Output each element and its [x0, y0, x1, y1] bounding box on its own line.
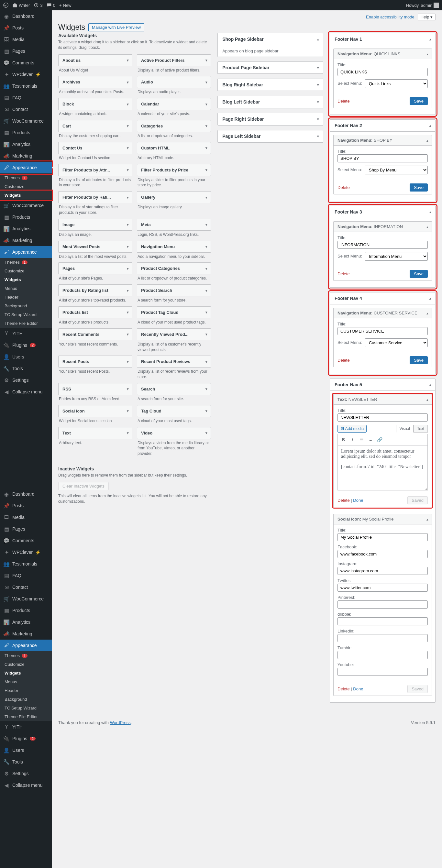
bold-icon[interactable]: B: [339, 435, 348, 444]
menu-analytics-3[interactable]: 📊Analytics: [0, 616, 52, 628]
available-widget[interactable]: Most Viewed Posts: [58, 241, 132, 253]
menu-woocommerce-3[interactable]: 🛒WooCommerce: [0, 593, 52, 604]
done-link[interactable]: Done: [353, 498, 363, 503]
menu-faq[interactable]: ▤FAQ: [0, 92, 52, 103]
delete-link[interactable]: Delete: [338, 358, 350, 363]
menu-settings-3[interactable]: ⚙Settings: [0, 768, 52, 779]
menu-comments-3[interactable]: 💬Comments: [0, 535, 52, 547]
menu-analytics[interactable]: 📊Analytics: [0, 138, 52, 150]
menu-users[interactable]: 👤Users: [0, 351, 52, 363]
menu-contact-3[interactable]: ✉Contact: [0, 581, 52, 593]
available-widget[interactable]: Custom HTML: [137, 142, 211, 154]
footer-nav-head[interactable]: Footer Nav 3: [330, 206, 435, 218]
available-widget[interactable]: Navigation Menu: [137, 241, 211, 253]
available-widget[interactable]: Recent Comments: [58, 329, 132, 340]
menu-appearance-2[interactable]: 🖌Appearance: [0, 246, 52, 258]
menu-marketing-2[interactable]: 📣Marketing: [0, 235, 52, 246]
footer-nav-head[interactable]: Footer Nav 4: [330, 292, 435, 304]
menu-media[interactable]: 🖼Media: [0, 34, 52, 45]
nav-menu-widget-head[interactable]: Navigation Menu: CUSTOMER SERVICE: [334, 308, 432, 318]
social-widget-head[interactable]: Social Icon: My Social Profile: [334, 514, 432, 524]
ul-icon[interactable]: ☰: [357, 435, 366, 444]
delete-link[interactable]: Delete: [338, 686, 350, 691]
nav-menu-widget-head[interactable]: Navigation Menu: SHOP BY: [334, 135, 432, 146]
menu-contact[interactable]: ✉Contact: [0, 103, 52, 115]
menu-settings[interactable]: ⚙Settings: [0, 374, 52, 386]
available-widget[interactable]: Text: [58, 427, 132, 439]
sidebar-area-head[interactable]: Page Right Sidebar: [218, 113, 323, 125]
available-widget[interactable]: Categories: [137, 120, 211, 132]
social-field-input[interactable]: [338, 617, 428, 625]
menu-pages-3[interactable]: ▤Pages: [0, 523, 52, 535]
menu-plugins[interactable]: 🔌Plugins 2: [0, 339, 52, 351]
social-field-input[interactable]: [338, 634, 428, 642]
nav-menu-widget-head[interactable]: Navigation Menu: INFORMATION: [334, 222, 432, 232]
social-field-input[interactable]: [338, 600, 428, 609]
menu-woocommerce-2[interactable]: 🛒WooCommerce: [0, 199, 52, 211]
menu-comments[interactable]: 💬Comments: [0, 57, 52, 69]
available-widget[interactable]: Search: [137, 383, 211, 395]
done-link[interactable]: Done: [353, 686, 363, 691]
available-widget[interactable]: Meta: [137, 219, 211, 231]
menu-yith-3[interactable]: YYITH: [0, 721, 52, 733]
menu-wpclever-3[interactable]: ✦WPClever ⚡: [0, 547, 52, 558]
menu-tools[interactable]: 🔧Tools: [0, 363, 52, 374]
sidebar-area-head[interactable]: Page Left Sidebar: [218, 130, 323, 142]
available-widget[interactable]: Calendar: [137, 98, 211, 110]
submenu-themes-2[interactable]: Themes 1: [0, 258, 52, 267]
italic-icon[interactable]: I: [348, 435, 356, 444]
save-button[interactable]: Save: [410, 97, 428, 105]
accessibility-link[interactable]: Enable accessibility mode: [366, 14, 414, 20]
available-widget[interactable]: Archives: [58, 76, 132, 88]
available-widget[interactable]: Pages: [58, 262, 132, 274]
title-input[interactable]: [338, 154, 428, 162]
available-widget[interactable]: Cart: [58, 120, 132, 132]
available-widget[interactable]: Audio: [137, 76, 211, 88]
sidebar-area-head[interactable]: Shop Page Sidebar: [218, 33, 323, 45]
menu-products-2[interactable]: ▦Products: [0, 211, 52, 223]
available-widget[interactable]: Product Search: [137, 284, 211, 296]
wordpress-link[interactable]: WordPress: [110, 720, 131, 725]
available-widget[interactable]: Filter Products by Price: [137, 164, 211, 176]
sidebar-area-head[interactable]: Blog Right Sidebar: [218, 79, 323, 91]
editor-area[interactable]: Lorem ipsum dolor sit amet, consectetur …: [338, 445, 428, 491]
available-widget[interactable]: Filter Products by Rati...: [58, 191, 132, 203]
social-field-input[interactable]: [338, 668, 428, 676]
text-tab[interactable]: Text: [413, 425, 428, 433]
visual-tab[interactable]: Visual: [396, 425, 413, 433]
save-button[interactable]: Save: [410, 356, 428, 364]
social-field-input[interactable]: [338, 651, 428, 659]
available-widget[interactable]: RSS: [58, 383, 132, 395]
available-widget[interactable]: Products list: [58, 306, 132, 318]
new-link[interactable]: + New: [59, 3, 71, 8]
submenu-customize-3[interactable]: Customize: [0, 660, 52, 669]
title-input[interactable]: [338, 241, 428, 249]
menu-testimonials[interactable]: 👥Testimonials: [0, 80, 52, 92]
menu-yith[interactable]: YYITH: [0, 328, 52, 339]
menu-marketing-3[interactable]: 📣Marketing: [0, 628, 52, 640]
save-button[interactable]: Save: [410, 270, 428, 278]
submenu-tcsetup-3[interactable]: TC Setup Wizard: [0, 704, 52, 712]
submenu-themes-3[interactable]: Themes 1: [0, 651, 52, 660]
text-widget-head[interactable]: Text: NEWSLETTER: [334, 394, 432, 405]
submenu-customize[interactable]: Customize: [0, 182, 52, 191]
available-widget[interactable]: About us: [58, 54, 132, 66]
submenu-tcsetup[interactable]: TC Setup Wizard: [0, 310, 52, 319]
footer-nav-head[interactable]: Footer Nav 1: [330, 33, 435, 45]
menu-dashboard-3[interactable]: ◉Dashboard: [0, 488, 52, 500]
delete-link[interactable]: Delete: [338, 99, 350, 103]
submenu-themeeditor-3[interactable]: Theme File Editor: [0, 712, 52, 721]
submenu-widgets-3[interactable]: Widgets: [0, 669, 52, 677]
submenu-themes[interactable]: Themes 1: [0, 174, 52, 182]
menu-wpclever[interactable]: ✦WPClever ⚡: [0, 69, 52, 80]
delete-link[interactable]: Delete: [338, 272, 350, 276]
footer-nav-head[interactable]: Footer Nav 2: [330, 120, 435, 132]
social-field-input[interactable]: [338, 584, 428, 592]
menu-products[interactable]: ▦Products: [0, 127, 52, 138]
menu-tools-3[interactable]: 🔧Tools: [0, 756, 52, 768]
select-menu[interactable]: Shop By Menu: [365, 166, 428, 175]
sidebar-area-head[interactable]: Blog Left Sidebar: [218, 96, 323, 108]
menu-dashboard[interactable]: ◉Dashboard: [0, 10, 52, 22]
menu-pages[interactable]: ▤Pages: [0, 45, 52, 57]
available-widget[interactable]: Filter Products by Attr...: [58, 164, 132, 176]
